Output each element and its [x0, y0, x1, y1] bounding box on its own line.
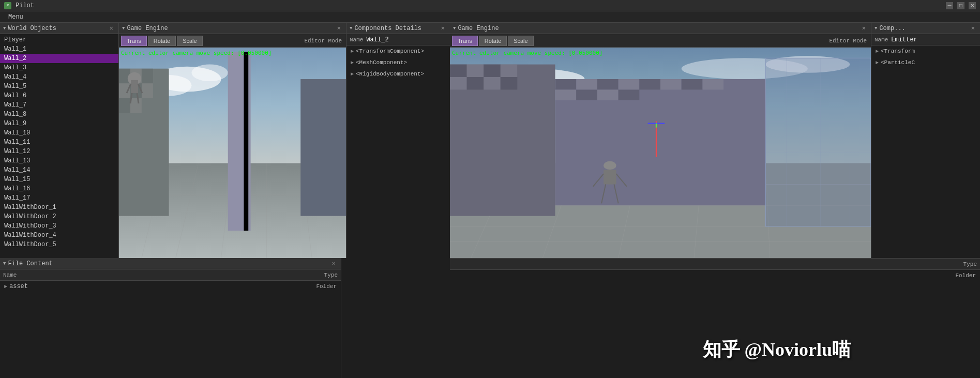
- world-object-wallwithdoor_2[interactable]: WallWithDoor_2: [0, 212, 118, 221]
- world-object-wall_10[interactable]: Wall_10: [0, 128, 118, 138]
- right-particle-label: <ParticleC: [881, 59, 915, 66]
- world-object-wall_5[interactable]: Wall_5: [0, 82, 118, 91]
- world-object-wall_9[interactable]: Wall_9: [0, 119, 118, 128]
- svg-rect-24: [300, 79, 346, 216]
- world-objects-panel: ▼ World Objects ✕ PlayerWall_1Wall_2Wall…: [0, 23, 119, 258]
- mesh-component-item[interactable]: ► <MeshComponent>: [346, 57, 450, 68]
- close-button[interactable]: ✕: [969, 2, 976, 9]
- svg-rect-51: [450, 77, 467, 89]
- file-content-close[interactable]: ✕: [330, 260, 338, 267]
- right-game-engine-panel: ▼ Game Engine ✕ Trans Rotate Scale Edito…: [450, 23, 871, 258]
- world-object-wall_4[interactable]: Wall_4: [0, 72, 118, 82]
- svg-rect-19: [142, 83, 153, 98]
- right-rotate-button[interactable]: Rotate: [479, 36, 507, 46]
- svg-rect-20: [119, 98, 130, 113]
- right-section: ▼ Game Engine ✕ Trans Rotate Scale Edito…: [450, 23, 980, 378]
- left-section: ▼ World Objects ✕ PlayerWall_1Wall_2Wall…: [0, 23, 450, 378]
- right-game-viewport: Current editor camera move speed: [0.050…: [450, 48, 871, 258]
- right-transform-label: <Transform: [881, 48, 915, 54]
- world-object-wall_17[interactable]: Wall_17: [0, 193, 118, 203]
- right-transform-arrow: ►: [876, 49, 879, 54]
- svg-rect-54: [501, 77, 518, 89]
- world-object-wallwithdoor_4[interactable]: WallWithDoor_4: [0, 231, 118, 240]
- world-objects-close[interactable]: ✕: [108, 24, 115, 32]
- transform-label: <TransformComponent>: [356, 48, 424, 54]
- world-object-wall_7[interactable]: Wall_7: [0, 100, 118, 110]
- world-object-wall_8[interactable]: Wall_8: [0, 110, 118, 119]
- svg-rect-50: [501, 65, 518, 77]
- right-toolbar: Trans Rotate Scale Editor Mode: [450, 34, 871, 48]
- world-object-wall_13[interactable]: Wall_13: [0, 156, 118, 165]
- right-game-engine-close[interactable]: ✕: [860, 24, 868, 32]
- minimize-button[interactable]: ─: [946, 2, 953, 9]
- world-objects-list[interactable]: PlayerWall_1Wall_2Wall_3Wall_4Wall_5Wall…: [0, 34, 118, 258]
- file-content-triangle: ▼: [3, 261, 6, 266]
- file-item-name: asset: [9, 283, 295, 290]
- svg-rect-49: [484, 65, 501, 77]
- svg-rect-62: [682, 79, 703, 89]
- world-object-wallwithdoor_3[interactable]: WallWithDoor_3: [0, 221, 118, 231]
- rigidbody-component-item[interactable]: ► <RigidBodyComponent>: [346, 68, 450, 80]
- world-objects-title: World Objects: [8, 25, 107, 32]
- left-components-title: Components Details: [354, 25, 439, 32]
- world-object-wall_1[interactable]: Wall_1: [0, 44, 118, 54]
- world-object-player[interactable]: Player: [0, 35, 118, 44]
- main-layout: ▼ World Objects ✕ PlayerWall_1Wall_2Wall…: [0, 23, 980, 378]
- world-object-wall_11[interactable]: Wall_11: [0, 138, 118, 147]
- right-editor-mode-label: Editor Mode: [829, 38, 869, 44]
- world-object-wall_3[interactable]: Wall_3: [0, 63, 118, 72]
- left-game-engine-close[interactable]: ✕: [335, 24, 343, 32]
- world-object-wall_15[interactable]: Wall_15: [0, 175, 118, 184]
- svg-rect-47: [450, 65, 467, 77]
- file-item-asset[interactable]: ► asset Folder: [0, 281, 341, 292]
- world-object-wallwithdoor_1[interactable]: WallWithDoor_1: [0, 203, 118, 212]
- world-object-wall_6[interactable]: Wall_6: [0, 91, 118, 100]
- svg-rect-26: [131, 80, 138, 93]
- left-components-name-row: Name Wall_2: [346, 34, 450, 46]
- file-content-title: File Content: [8, 260, 329, 267]
- right-trans-button[interactable]: Trans: [452, 36, 478, 46]
- svg-rect-68: [766, 58, 871, 226]
- svg-rect-67: [619, 89, 640, 100]
- left-trans-button[interactable]: Trans: [121, 36, 147, 46]
- svg-rect-52: [467, 77, 484, 89]
- file-item-type: Folder: [295, 283, 337, 290]
- world-object-wall_14[interactable]: Wall_14: [0, 165, 118, 175]
- left-game-engine-triangle: ▼: [122, 26, 125, 31]
- right-scale-button[interactable]: Scale: [508, 36, 534, 46]
- left-rotate-button[interactable]: Rotate: [148, 36, 176, 46]
- left-scale-button[interactable]: Scale: [177, 36, 203, 46]
- svg-point-80: [604, 161, 616, 170]
- right-components-name-value: Emitter: [891, 36, 917, 43]
- maximize-button[interactable]: □: [957, 2, 964, 9]
- svg-rect-64: [555, 89, 577, 100]
- menu-bar: Menu: [0, 11, 980, 23]
- left-game-engine-panel: ▼ Game Engine ✕ Trans Rotate Scale Edito…: [119, 23, 346, 258]
- svg-rect-59: [619, 79, 640, 89]
- left-editor-mode-label: Editor Mode: [304, 38, 344, 44]
- world-object-wall_2[interactable]: Wall_2: [0, 54, 118, 63]
- right-components-name-label: Name: [875, 37, 888, 43]
- left-components-name-label: Name: [350, 37, 363, 43]
- world-object-wallwithdoor_5[interactable]: WallWithDoor_5: [0, 240, 118, 249]
- svg-rect-58: [597, 79, 619, 89]
- title-bar-title: Pilot: [16, 2, 34, 9]
- world-objects-triangle: ▼: [3, 26, 6, 31]
- world-object-wall_12[interactable]: Wall_12: [0, 147, 118, 156]
- right-scene-svg: [450, 48, 871, 258]
- right-particle-component[interactable]: ► <ParticleC: [871, 57, 980, 68]
- right-components-close[interactable]: ✕: [969, 24, 977, 32]
- svg-rect-16: [142, 69, 153, 83]
- left-bottom-empty: [341, 258, 450, 378]
- right-file-content-header: Type: [450, 259, 980, 270]
- transform-component-item[interactable]: ► <TransformComponent>: [346, 46, 450, 57]
- right-transform-component[interactable]: ► <Transform: [871, 46, 980, 57]
- right-file-col-type: Type: [936, 261, 977, 267]
- right-top-row: ▼ Game Engine ✕ Trans Rotate Scale Edito…: [450, 23, 980, 258]
- world-object-wall_16[interactable]: Wall_16: [0, 184, 118, 193]
- menu-item-menu[interactable]: Menu: [4, 12, 27, 22]
- svg-rect-56: [555, 79, 577, 89]
- mesh-arrow: ►: [351, 60, 354, 66]
- right-game-engine-triangle: ▼: [453, 26, 456, 31]
- left-components-close[interactable]: ✕: [439, 24, 447, 32]
